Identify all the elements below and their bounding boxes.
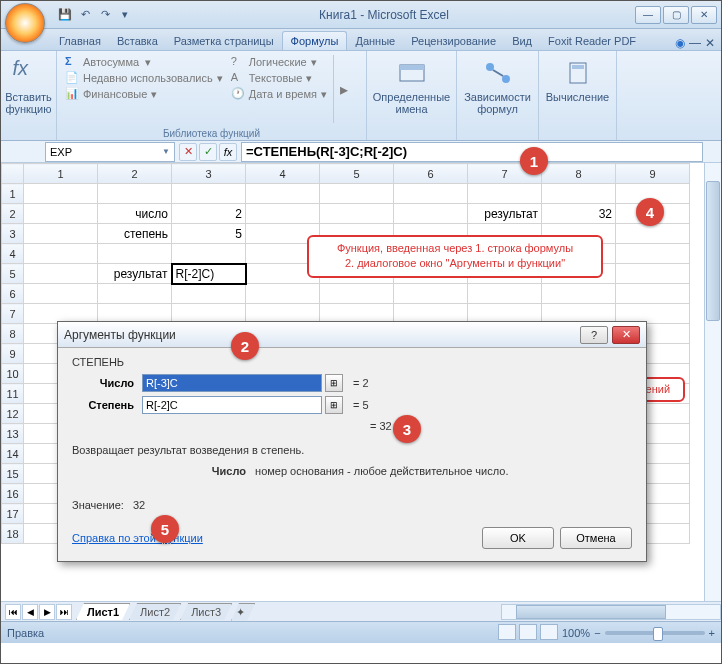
qat-dropdown-icon[interactable]: ▾ — [117, 7, 133, 23]
dialog-result: = 32 — [370, 420, 392, 432]
tab-insert[interactable]: Вставка — [109, 32, 166, 50]
row-header[interactable]: 13 — [2, 424, 24, 444]
col-header[interactable]: 2 — [98, 164, 172, 184]
row-header[interactable]: 12 — [2, 404, 24, 424]
new-sheet-button[interactable]: ✦ — [231, 603, 255, 621]
namebox-dropdown-icon[interactable]: ▼ — [162, 147, 170, 156]
qat-save-icon[interactable]: 💾 — [57, 7, 73, 23]
row-header[interactable]: 5 — [2, 264, 24, 284]
minimize-button[interactable]: — — [635, 6, 661, 24]
col-header[interactable]: 8 — [542, 164, 616, 184]
row-header[interactable]: 1 — [2, 184, 24, 204]
active-cell[interactable]: R[-2]C) — [172, 264, 246, 284]
ok-button[interactable]: OK — [482, 527, 554, 549]
formula-cancel-button[interactable]: ✕ — [179, 143, 197, 161]
row-header[interactable]: 8 — [2, 324, 24, 344]
row-header[interactable]: 2 — [2, 204, 24, 224]
arg1-input[interactable]: R[-3]C — [142, 374, 322, 392]
cell[interactable]: число — [98, 204, 172, 224]
ribbon-minimize-icon[interactable]: — — [689, 36, 701, 50]
sheet-nav-last[interactable]: ⏭ — [56, 604, 72, 620]
arg2-ref-button[interactable]: ⊞ — [325, 396, 343, 414]
text-button[interactable]: AТекстовые▾ — [231, 71, 327, 85]
row-header[interactable]: 18 — [2, 524, 24, 544]
cell[interactable]: 5 — [172, 224, 246, 244]
tab-layout[interactable]: Разметка страницы — [166, 32, 282, 50]
dialog-close-button[interactable]: ✕ — [612, 326, 640, 344]
insert-function-button[interactable]: fx Вставитьфункцию — [5, 53, 52, 119]
cell[interactable]: степень — [98, 224, 172, 244]
formula-bar[interactable] — [241, 142, 703, 162]
office-button[interactable] — [5, 3, 45, 43]
sheet-nav-next[interactable]: ▶ — [39, 604, 55, 620]
zoom-in-button[interactable]: + — [709, 627, 715, 639]
row-header[interactable]: 7 — [2, 304, 24, 324]
tab-home[interactable]: Главная — [51, 32, 109, 50]
help-icon[interactable]: ◉ — [675, 36, 685, 50]
tab-formulas[interactable]: Формулы — [282, 31, 348, 50]
col-header[interactable]: 5 — [320, 164, 394, 184]
horizontal-scrollbar[interactable] — [501, 604, 721, 620]
calculation-button[interactable]: Вычисление — [543, 53, 612, 107]
doc-close-icon[interactable]: ✕ — [705, 36, 715, 50]
col-header[interactable]: 1 — [24, 164, 98, 184]
view-pagebreak-button[interactable] — [540, 624, 558, 640]
row-header[interactable]: 6 — [2, 284, 24, 304]
col-header[interactable]: 6 — [394, 164, 468, 184]
sheet-nav-first[interactable]: ⏮ — [5, 604, 21, 620]
cell[interactable]: 32 — [542, 204, 616, 224]
recent-button[interactable]: 📄Недавно использовались▾ — [65, 71, 223, 85]
datetime-button[interactable]: 🕐Дата и время▾ — [231, 87, 327, 101]
cell[interactable]: 2 — [172, 204, 246, 224]
arg2-input[interactable]: R[-2]C — [142, 396, 322, 414]
zoom-level[interactable]: 100% — [562, 627, 590, 639]
tab-data[interactable]: Данные — [347, 32, 403, 50]
help-link[interactable]: Справка по этой функции — [72, 532, 203, 544]
cell[interactable]: результат — [98, 264, 172, 284]
row-header[interactable]: 3 — [2, 224, 24, 244]
zoom-out-button[interactable]: − — [594, 627, 600, 639]
financial-button[interactable]: 📊Финансовые▾ — [65, 87, 223, 101]
logical-button[interactable]: ?Логические▾ — [231, 55, 327, 69]
row-header[interactable]: 4 — [2, 244, 24, 264]
cancel-button[interactable]: Отмена — [560, 527, 632, 549]
arg1-ref-button[interactable]: ⊞ — [325, 374, 343, 392]
col-header[interactable]: 3 — [172, 164, 246, 184]
sheet-tab-3[interactable]: Лист3 — [180, 603, 232, 620]
view-layout-button[interactable] — [519, 624, 537, 640]
cell[interactable]: результат — [468, 204, 542, 224]
col-header[interactable]: 4 — [246, 164, 320, 184]
tab-foxit[interactable]: Foxit Reader PDF — [540, 32, 644, 50]
row-header[interactable]: 16 — [2, 484, 24, 504]
qat-undo-icon[interactable]: ↶ — [77, 7, 93, 23]
svg-rect-1 — [400, 65, 424, 70]
dialog-help-button[interactable]: ? — [580, 326, 608, 344]
zoom-slider[interactable] — [605, 631, 705, 635]
row-header[interactable]: 11 — [2, 384, 24, 404]
row-header[interactable]: 15 — [2, 464, 24, 484]
maximize-button[interactable]: ▢ — [663, 6, 689, 24]
row-header[interactable]: 14 — [2, 444, 24, 464]
select-all-corner[interactable] — [2, 164, 24, 184]
formula-enter-button[interactable]: ✓ — [199, 143, 217, 161]
row-header[interactable]: 9 — [2, 344, 24, 364]
row-header[interactable]: 10 — [2, 364, 24, 384]
sheet-nav-prev[interactable]: ◀ — [22, 604, 38, 620]
tab-review[interactable]: Рецензирование — [403, 32, 504, 50]
more-functions-icon[interactable]: ▸ — [340, 80, 348, 99]
col-header[interactable]: 9 — [616, 164, 690, 184]
logical-icon: ? — [231, 55, 245, 69]
close-button[interactable]: ✕ — [691, 6, 717, 24]
formula-auditing-button[interactable]: Зависимостиформул — [461, 53, 534, 119]
view-normal-button[interactable] — [498, 624, 516, 640]
row-header[interactable]: 17 — [2, 504, 24, 524]
sheet-tab-1[interactable]: Лист1 — [76, 603, 130, 620]
name-box[interactable]: EXP ▼ — [45, 142, 175, 162]
sheet-tab-2[interactable]: Лист2 — [129, 603, 181, 620]
autosum-button[interactable]: ΣАвтосумма▾ — [65, 55, 223, 69]
insert-function-fx-button[interactable]: fx — [219, 143, 237, 161]
defined-names-button[interactable]: Определенныеимена — [371, 53, 452, 119]
vertical-scrollbar[interactable] — [704, 163, 721, 601]
qat-redo-icon[interactable]: ↷ — [97, 7, 113, 23]
tab-view[interactable]: Вид — [504, 32, 540, 50]
